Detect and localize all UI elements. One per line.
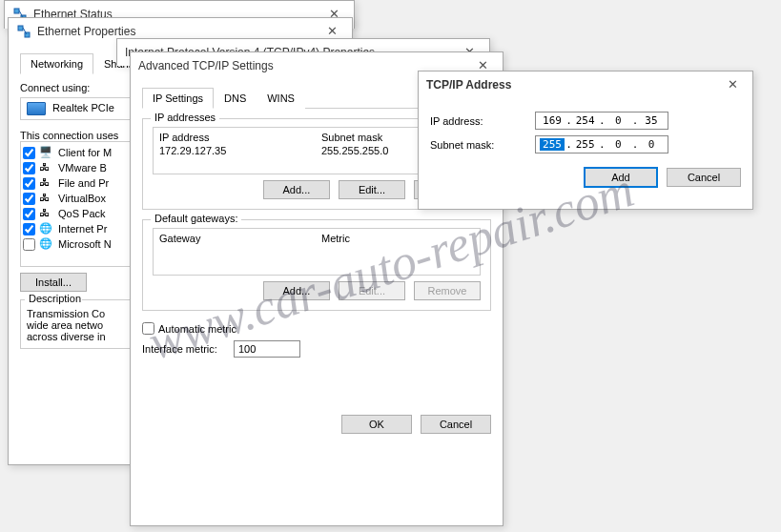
window-title: Advanced TCP/IP Settings: [138, 59, 274, 72]
edit-ip-button[interactable]: Edit...: [339, 180, 405, 199]
gateways-group: Default gateways: Gateway Metric Add... …: [142, 219, 491, 311]
checkbox[interactable]: [23, 223, 35, 235]
dialog-title: TCP/IP Address: [426, 78, 511, 92]
service-icon: 🖧: [39, 192, 52, 205]
ip-address-input[interactable]: 169. 254. 0. 35: [535, 112, 668, 130]
service-icon: 🖧: [39, 176, 52, 190]
tab-dns[interactable]: DNS: [214, 88, 257, 109]
close-icon[interactable]: ✕: [718, 73, 747, 94]
interface-metric-input[interactable]: [234, 340, 300, 358]
interface-metric-label: Interface metric:: [142, 343, 234, 355]
protocol-icon: 🌐: [39, 222, 52, 235]
tcpip-address-dialog: TCP/IP Address ✕ IP address: 169. 254. 0…: [418, 71, 753, 210]
add-gw-button[interactable]: Add...: [263, 281, 330, 300]
protocol-icon: 🌐: [39, 237, 52, 251]
window-title: Ethernet Properties: [37, 25, 135, 38]
cancel-button[interactable]: Cancel: [421, 415, 491, 434]
tab-ip-settings[interactable]: IP Settings: [142, 88, 214, 109]
gateway-list[interactable]: Gateway Metric: [153, 228, 481, 276]
group-label: Default gateways:: [151, 213, 241, 224]
checkbox[interactable]: [23, 177, 35, 190]
checkbox[interactable]: [23, 208, 35, 220]
checkbox[interactable]: [23, 238, 35, 251]
checkbox[interactable]: [23, 193, 35, 205]
remove-gw-button: Remove: [414, 281, 481, 300]
checkbox[interactable]: [23, 147, 35, 159]
ok-button[interactable]: OK: [341, 415, 412, 434]
edit-gw-button: Edit...: [339, 281, 405, 300]
subnet-mask-label: Subnet mask:: [430, 139, 535, 151]
col-ip-header: IP address: [159, 132, 321, 143]
group-label: IP addresses: [151, 112, 219, 123]
subnet-mask-input[interactable]: 255. 255. 0. 0: [535, 135, 668, 153]
service-icon: 🖧: [39, 207, 52, 220]
svg-rect-0: [14, 9, 19, 13]
cell-ip: 172.29.127.35: [159, 145, 321, 156]
col-metric-header: Metric: [321, 233, 474, 244]
tab-wins[interactable]: WINS: [257, 88, 305, 109]
description-label: Description: [25, 293, 82, 304]
ip-address-label: IP address:: [430, 115, 535, 127]
install-button[interactable]: Install...: [20, 273, 87, 292]
network-icon: [16, 24, 31, 39]
auto-metric-label: Automatic metric: [158, 323, 236, 335]
tab-networking[interactable]: Networking: [20, 53, 93, 74]
col-gw-header: Gateway: [159, 233, 321, 244]
checkbox[interactable]: [23, 162, 35, 174]
add-ip-button[interactable]: Add...: [263, 180, 330, 199]
svg-rect-3: [18, 26, 23, 31]
cancel-button[interactable]: Cancel: [667, 168, 741, 187]
add-button[interactable]: Add: [584, 167, 658, 188]
auto-metric-checkbox[interactable]: [142, 322, 154, 335]
adapter-name: Realtek PCIe: [52, 102, 114, 113]
client-icon: 🖥️: [39, 146, 52, 159]
adapter-icon: [27, 102, 46, 115]
service-icon: 🖧: [39, 161, 52, 174]
